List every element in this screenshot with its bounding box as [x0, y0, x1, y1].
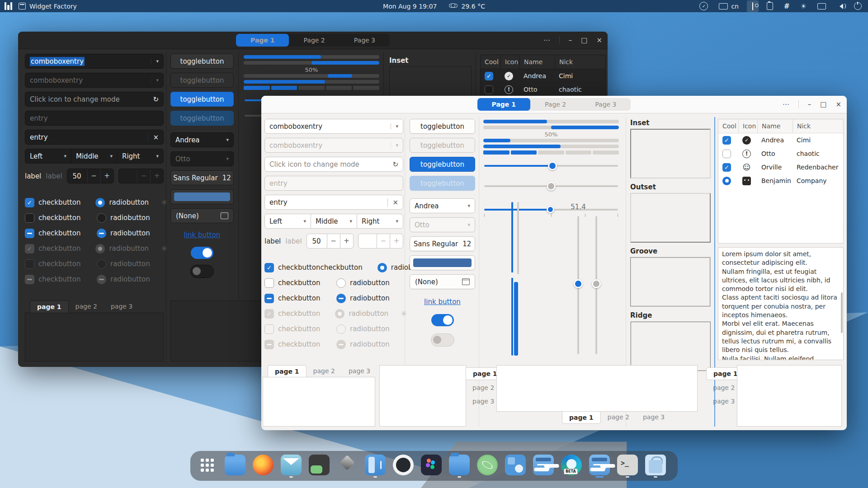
- clear-icon[interactable]: ×: [387, 198, 398, 206]
- date-button[interactable]: (None): [170, 208, 234, 223]
- figma-icon[interactable]: [421, 455, 442, 475]
- date-button[interactable]: (None): [410, 274, 475, 289]
- combobox-right[interactable]: Right▾: [117, 149, 164, 164]
- checkbox-unchecked[interactable]: [485, 85, 493, 94]
- clock-weather[interactable]: Mon Aug 9 19:07 29.6 °C: [383, 3, 485, 10]
- combobox-right[interactable]: Right▾: [357, 214, 403, 229]
- tweaks-icon[interactable]: [589, 455, 610, 475]
- togglebutton-active[interactable]: togglebutton: [410, 157, 475, 172]
- radio-checked[interactable]: [377, 263, 387, 272]
- radio-unchecked[interactable]: [336, 278, 346, 288]
- tab-page1[interactable]: page 1: [562, 411, 601, 424]
- comboboxentry[interactable]: comboboxentry ▾: [264, 119, 403, 134]
- slider-handle[interactable]: [547, 206, 554, 213]
- color-button[interactable]: [410, 255, 475, 270]
- column-header-icon[interactable]: Icon: [738, 119, 757, 133]
- checkbox-unchecked[interactable]: [264, 278, 274, 288]
- keyboard-layout[interactable]: cn: [719, 3, 739, 10]
- comboboxentry-text[interactable]: comboboxentry: [269, 122, 322, 131]
- slider-handle[interactable]: [548, 161, 557, 170]
- focused-app-menu[interactable]: Widget Factory: [19, 3, 77, 10]
- dock-item-github[interactable]: [392, 455, 414, 478]
- comboboxentry[interactable]: comboboxentry ▾: [25, 54, 164, 69]
- entry[interactable]: entry ×: [264, 195, 403, 210]
- checkbox-checked[interactable]: [25, 198, 34, 207]
- refresh-icon[interactable]: ↻: [153, 95, 159, 103]
- github-icon[interactable]: [393, 455, 414, 475]
- radio-indeterminate[interactable]: [336, 294, 346, 303]
- togglebutton[interactable]: togglebutton: [410, 119, 475, 134]
- vertical-scale-group[interactable]: [511, 202, 525, 356]
- dock-item-inkscape[interactable]: [336, 455, 358, 478]
- tab-page3[interactable]: page 3: [636, 411, 671, 424]
- icon-entry[interactable]: Click icon to change mode ↻: [25, 92, 164, 107]
- dock-item-firefox[interactable]: [252, 455, 274, 478]
- color-button[interactable]: [170, 189, 234, 204]
- dock-item-atom[interactable]: [476, 455, 498, 478]
- comboboxentry-text[interactable]: comboboxentry: [30, 57, 85, 66]
- radio-checked[interactable]: [95, 198, 105, 207]
- tab-page3[interactable]: page 3: [104, 300, 139, 314]
- minimize-button[interactable]: –: [808, 100, 811, 108]
- screencast-indicator[interactable]: [747, 0, 759, 12]
- font-button[interactable]: Sans Regular12: [410, 236, 475, 251]
- file-manager-icon[interactable]: [449, 455, 470, 475]
- mail-icon[interactable]: [281, 455, 302, 475]
- checkbox-indeterminate[interactable]: [25, 229, 34, 238]
- tab-page-2[interactable]: Page 2: [530, 98, 580, 111]
- name-combobox[interactable]: Andrea▾: [170, 132, 234, 147]
- tab-page-1[interactable]: Page 1: [477, 98, 530, 111]
- dock-item-mobile-settings[interactable]: [364, 455, 386, 478]
- settings-icon[interactable]: [533, 455, 554, 475]
- checkbox-indeterminate[interactable]: [264, 294, 274, 303]
- link-button[interactable]: link button: [170, 231, 234, 239]
- dock-item-figma[interactable]: [420, 455, 442, 478]
- dock-item-software[interactable]: [645, 455, 666, 478]
- clear-icon[interactable]: ×: [148, 133, 159, 141]
- tab-page2[interactable]: page 2: [69, 300, 104, 314]
- column-header-nick[interactable]: Nick: [793, 119, 843, 133]
- headerbar[interactable]: Page 1 Page 2 Page 3 ⋯ – □ ×: [18, 32, 608, 49]
- name-combobox[interactable]: Andrea▾: [410, 198, 475, 213]
- tab-page1[interactable]: page 1: [30, 300, 69, 314]
- chevron-down-icon[interactable]: ▾: [391, 123, 398, 129]
- dock-item-app-grid[interactable]: [196, 455, 218, 478]
- minimize-button[interactable]: –: [569, 36, 572, 44]
- font-button[interactable]: Sans Regular12: [170, 170, 234, 185]
- treeview[interactable]: Cool Icon Name Nick ✓ Andrea Cimi ! Otto…: [718, 119, 844, 244]
- column-header-icon[interactable]: Icon: [500, 55, 519, 69]
- boxes-icon[interactable]: [505, 455, 526, 475]
- entry[interactable]: entry ×: [25, 130, 164, 145]
- vertical-scale-fill[interactable]: [511, 202, 513, 356]
- dock-item-tweaks[interactable]: [589, 455, 610, 478]
- table-row[interactable]: ! Otto chaotic: [481, 83, 605, 96]
- focused-app-title[interactable]: Widget Factory: [29, 3, 77, 10]
- menu-button[interactable]: ⋯: [783, 100, 789, 108]
- tab-page-3[interactable]: Page 3: [340, 34, 390, 47]
- checkbox-checked[interactable]: [485, 72, 493, 80]
- switch-on[interactable]: [191, 247, 213, 259]
- close-button[interactable]: ×: [596, 36, 602, 44]
- scrollbar[interactable]: [841, 292, 843, 333]
- dock-item-mail[interactable]: [280, 455, 302, 478]
- table-row[interactable]: ☺ Orville Redenbacher: [718, 160, 843, 174]
- scale-slider[interactable]: [483, 161, 619, 171]
- dock-item-edge-beta[interactable]: BETA: [561, 455, 582, 478]
- mobile-settings-icon[interactable]: [365, 455, 386, 475]
- tab-page2[interactable]: page 2: [601, 411, 636, 424]
- dock-item-settings[interactable]: [533, 455, 554, 478]
- combobox-left[interactable]: Left▾: [25, 149, 71, 164]
- clock[interactable]: Mon Aug 9 19:07: [383, 3, 437, 10]
- table-row[interactable]: Benjamin Company: [718, 174, 843, 188]
- radio-indeterminate[interactable]: [97, 229, 106, 238]
- atom-icon[interactable]: [477, 455, 498, 475]
- software-icon[interactable]: [645, 455, 666, 475]
- checkbox-unchecked[interactable]: [722, 150, 731, 158]
- terminal-icon[interactable]: >_: [617, 455, 638, 475]
- column-header-name[interactable]: Name: [757, 119, 793, 133]
- radio-unchecked[interactable]: [97, 213, 106, 223]
- dock-item-terminal[interactable]: >_: [617, 455, 638, 478]
- togglebutton-active[interactable]: togglebutton: [170, 92, 234, 107]
- spin-value[interactable]: 50: [307, 237, 327, 245]
- distro-logo-icon[interactable]: [5, 2, 12, 10]
